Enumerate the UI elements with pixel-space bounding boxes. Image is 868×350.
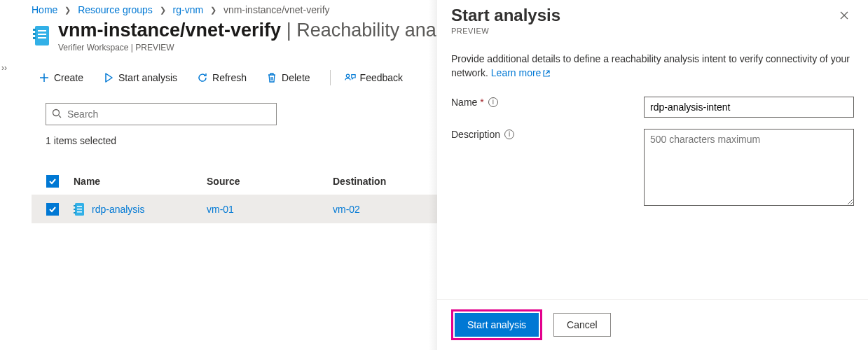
name-label: Name* i <box>451 97 644 108</box>
svg-rect-10 <box>77 206 82 207</box>
breadcrumb-current[interactable]: vnm-instance/vnet-verify <box>223 4 330 15</box>
learn-more-link[interactable]: Learn more <box>491 67 551 78</box>
breadcrumb-rg[interactable]: rg-vnm <box>173 4 204 15</box>
expand-chevron-icon[interactable]: ›› <box>1 63 7 73</box>
svg-rect-1 <box>38 30 46 31</box>
close-icon <box>839 10 849 20</box>
start-analysis-panel: Start analysis PREVIEW Provide additiona… <box>437 0 868 350</box>
svg-rect-12 <box>77 211 82 213</box>
svg-rect-14 <box>74 209 76 210</box>
refresh-icon <box>197 72 208 83</box>
close-button[interactable] <box>834 6 854 25</box>
play-icon <box>103 72 114 83</box>
search-input[interactable] <box>46 103 277 125</box>
feedback-icon <box>345 72 356 83</box>
cancel-button[interactable]: Cancel <box>553 313 611 337</box>
create-button[interactable]: Create <box>32 66 90 89</box>
row-checkbox[interactable] <box>46 203 59 216</box>
search-icon <box>52 108 62 120</box>
name-field[interactable] <box>644 97 854 118</box>
highlight-frame: Start analysis <box>451 309 542 340</box>
info-icon[interactable]: i <box>488 97 498 107</box>
toolbar-divider <box>330 70 331 85</box>
svg-point-8 <box>53 109 60 115</box>
refresh-button[interactable]: Refresh <box>190 66 254 89</box>
chevron-right-icon: ❯ <box>206 6 221 14</box>
svg-rect-4 <box>33 29 36 31</box>
column-header-source[interactable]: Source <box>207 176 333 187</box>
svg-rect-0 <box>35 26 49 46</box>
breadcrumb-home[interactable]: Home <box>32 4 57 15</box>
description-label: Description i <box>451 129 644 140</box>
chevron-right-icon: ❯ <box>156 6 170 14</box>
svg-rect-13 <box>74 205 76 206</box>
destination-link[interactable]: vm-02 <box>333 204 360 215</box>
svg-rect-11 <box>77 209 82 210</box>
svg-point-7 <box>346 74 349 77</box>
column-header-name[interactable]: Name <box>74 176 207 187</box>
breadcrumb-resource-groups[interactable]: Resource groups <box>78 4 153 15</box>
select-all-checkbox[interactable] <box>46 175 59 188</box>
page-title: vnm-instance/vnet-verify | Reachability … <box>58 20 473 41</box>
panel-footer: Start analysis Cancel <box>437 299 868 350</box>
feedback-button[interactable]: Feedback <box>338 66 410 89</box>
external-link-icon <box>542 69 551 78</box>
info-icon[interactable]: i <box>504 130 514 139</box>
svg-rect-5 <box>33 33 36 35</box>
analysis-icon <box>74 202 85 216</box>
start-analysis-submit-button[interactable]: Start analysis <box>455 313 539 337</box>
search-field[interactable] <box>66 108 270 120</box>
page-subtitle: Verifier Workspace | PREVIEW <box>58 43 473 52</box>
svg-rect-3 <box>38 37 46 38</box>
start-analysis-button[interactable]: Start analysis <box>96 66 184 89</box>
workspace-icon <box>32 24 51 48</box>
description-field[interactable] <box>644 129 854 206</box>
trash-icon <box>266 72 277 83</box>
panel-subtitle: PREVIEW <box>451 27 560 35</box>
panel-title: Start analysis <box>451 6 560 25</box>
svg-rect-15 <box>74 212 76 214</box>
svg-rect-6 <box>33 37 36 39</box>
source-link[interactable]: vm-01 <box>207 204 234 215</box>
delete-button[interactable]: Delete <box>259 66 317 89</box>
panel-description: Provide additional details to define a r… <box>451 52 854 80</box>
svg-rect-2 <box>38 34 46 35</box>
plus-icon <box>39 72 50 83</box>
chevron-right-icon: ❯ <box>60 6 75 14</box>
analysis-name-link[interactable]: rdp-analysis <box>92 204 144 215</box>
